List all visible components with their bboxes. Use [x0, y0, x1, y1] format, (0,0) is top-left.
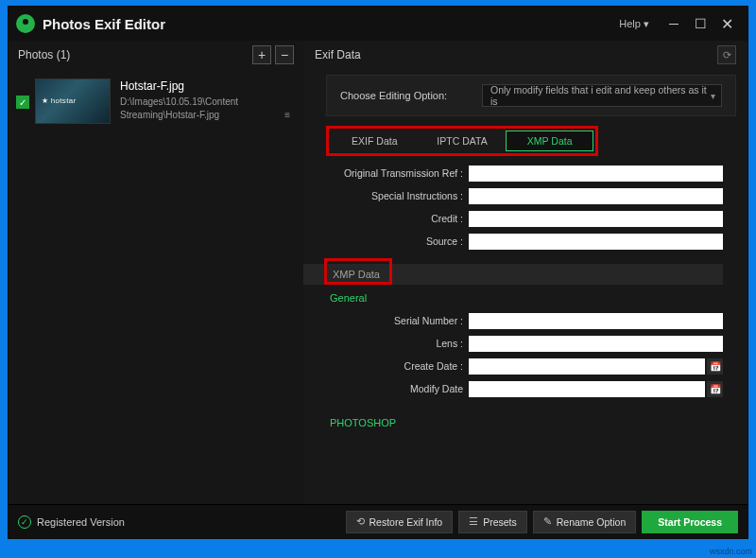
photoshop-subheading: PHOTOSHOP [330, 417, 723, 428]
maximize-button[interactable]: ☐ [687, 10, 713, 37]
photo-checkbox[interactable]: ✓ [16, 96, 29, 109]
app-title: Photos Exif Editor [43, 16, 165, 32]
field-label: Lens : [322, 338, 469, 349]
start-process-button[interactable]: Start Process [642, 511, 738, 533]
check-circle-icon: ✓ [18, 515, 31, 529]
restore-exif-button[interactable]: ⟲Restore Exif Info [346, 511, 454, 533]
field-row: Credit : [322, 207, 723, 230]
help-menu[interactable]: Help ▾ [619, 18, 649, 30]
photo-item-menu-icon[interactable]: ≡ [279, 106, 296, 124]
source-input[interactable] [469, 234, 723, 250]
modify-date-input[interactable] [469, 381, 705, 397]
xmp-section-header: XMP Data [303, 264, 723, 285]
photo-path-line2: Streaming\Hotstar-F.jpg [120, 109, 238, 122]
field-label: Special Instructions : [322, 190, 469, 201]
app-window: Photos Exif Editor Help ▾ ─ ☐ ✕ Photos (… [8, 6, 748, 539]
titlebar: Photos Exif Editor Help ▾ ─ ☐ ✕ [9, 7, 747, 41]
editing-option-bar: Choose Editing Option: Only modify field… [326, 75, 736, 116]
tab-iptc-data[interactable]: IPTC DATA [419, 131, 507, 151]
rename-option-button[interactable]: ✎Rename Option [533, 511, 637, 533]
exif-panel-header: Exif Data ⟳ [303, 41, 747, 69]
registered-label: Registered Version [37, 516, 125, 528]
field-label: Modify Date [322, 383, 469, 394]
field-row: Modify Date📅 [322, 377, 723, 400]
tab-exif-data[interactable]: EXIF Data [331, 131, 419, 151]
field-row: Lens : [322, 332, 723, 355]
photos-count-label: Photos (1) [18, 48, 249, 61]
restore-icon: ⟲ [356, 515, 365, 528]
calendar-icon[interactable]: 📅 [707, 381, 723, 397]
tab-xmp-data[interactable]: XMP Data [506, 131, 593, 151]
remove-photo-button[interactable]: − [275, 45, 294, 64]
registered-status: ✓ Registered Version [18, 515, 125, 529]
field-label: Credit : [322, 213, 469, 224]
serial-number-input[interactable] [469, 313, 723, 329]
field-row: Create Date :📅 [322, 355, 723, 377]
xmp-section-label: XMP Data [324, 258, 392, 285]
lens-input[interactable] [469, 336, 723, 352]
fields-scroll-area[interactable]: Original Transmission Ref : Special Inst… [303, 156, 747, 504]
field-row: Original Transmission Ref : [322, 162, 723, 184]
field-row: Special Instructions : [322, 184, 723, 207]
add-photo-button[interactable]: + [252, 45, 271, 64]
field-label: Source : [322, 235, 469, 247]
photo-path-line1: D:\Images\10.05.19\Content [120, 96, 238, 109]
photo-thumbnail [35, 78, 111, 124]
footer-bar: ✓ Registered Version ⟲Restore Exif Info … [9, 504, 747, 538]
create-date-input[interactable] [469, 358, 705, 375]
credit-input[interactable] [469, 211, 723, 227]
photos-panel: Photos (1) + − ✓ Hotstar-F.jpg D:\Images… [9, 41, 303, 504]
calendar-icon[interactable]: 📅 [707, 358, 723, 375]
photo-meta: Hotstar-F.jpg D:\Images\10.05.19\Content… [111, 78, 238, 121]
editing-option-select[interactable]: Only modify fields that i edit and keep … [482, 84, 722, 107]
editing-option-value: Only modify fields that i edit and keep … [490, 84, 713, 107]
field-label: Original Transmission Ref : [322, 167, 469, 179]
presets-button[interactable]: ☰Presets [458, 511, 527, 533]
pencil-icon: ✎ [543, 515, 552, 528]
photo-list-item[interactable]: ✓ Hotstar-F.jpg D:\Images\10.05.19\Conte… [9, 69, 303, 133]
field-row: Source : [322, 230, 723, 253]
main-area: Photos (1) + − ✓ Hotstar-F.jpg D:\Images… [9, 41, 747, 504]
field-row: Serial Number : [322, 309, 723, 332]
special-instructions-input[interactable] [469, 188, 723, 204]
original-transmission-ref-input[interactable] [469, 166, 723, 182]
exif-header-label: Exif Data [315, 48, 717, 61]
close-button[interactable]: ✕ [713, 10, 740, 37]
refresh-button[interactable]: ⟳ [717, 45, 736, 64]
watermark: wsxdn.com [710, 547, 752, 556]
general-subheading: General [330, 292, 723, 304]
data-type-tabs: EXIF Data IPTC DATA XMP Data [326, 126, 598, 156]
photo-filename: Hotstar-F.jpg [120, 78, 238, 94]
editing-option-label: Choose Editing Option: [340, 90, 482, 101]
presets-icon: ☰ [469, 515, 478, 528]
minimize-button[interactable]: ─ [661, 10, 687, 37]
field-label: Create Date : [322, 360, 469, 372]
app-logo-icon [16, 14, 35, 33]
exif-panel: Exif Data ⟳ Choose Editing Option: Only … [303, 41, 747, 504]
field-label: Serial Number : [322, 315, 469, 326]
photos-panel-header: Photos (1) + − [9, 41, 303, 69]
